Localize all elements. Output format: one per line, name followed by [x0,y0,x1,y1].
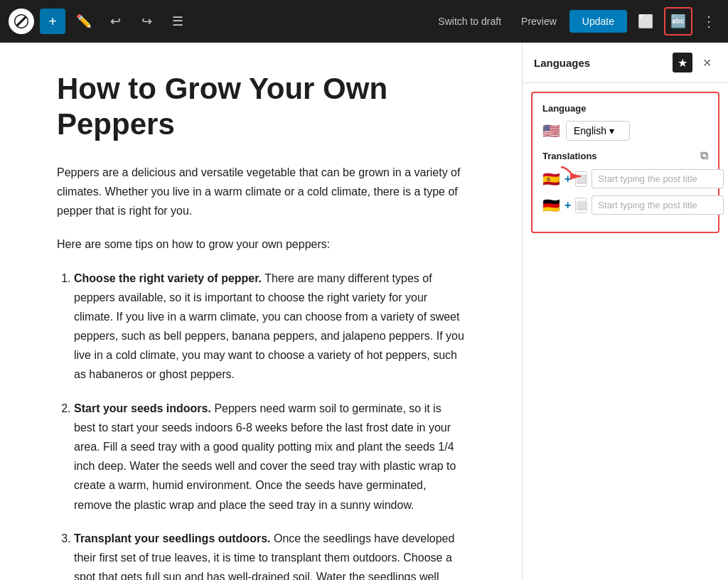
translate-icon: 🔤 [670,14,686,29]
list-item: Choose the right variety of pepper. Ther… [74,269,465,385]
chevron-down-icon: ▾ [609,125,614,136]
translations-header: Translations ⧉ [542,149,708,162]
sidebar-header-icons: ★ ✕ [673,53,717,72]
star-button[interactable]: ★ [673,53,692,72]
undo-icon: ↩ [110,14,121,29]
language-translations-section: Language 🇺🇸 English ▾ Translations ⧉ [531,92,719,233]
sidebar-panel: Languages ★ ✕ Language 🇺🇸 English ▾ [522,43,728,580]
language-selector[interactable]: English ▾ [566,121,630,141]
editor-area: How to Grow Your Own Peppers Peppers are… [0,43,522,580]
language-row: 🇺🇸 English ▾ [542,121,708,141]
edit-german-translation-button[interactable]: ⬜ [575,198,587,213]
translations-label: Translations [542,151,597,161]
view-toggle-button[interactable]: ⬜ [633,9,658,34]
list-item-text: There are many different types of pepper… [74,272,464,381]
list-view-button[interactable]: ☰ [165,9,191,34]
copy-icon: ⧉ [700,149,708,161]
germany-flag-icon: 🇩🇪 [542,198,560,213]
tips-list: Choose the right variety of pepper. Ther… [74,269,465,580]
list-item-text: Peppers need warm soil to germinate, so … [74,402,456,511]
add-button[interactable]: + [40,9,65,34]
copy-translations-button[interactable]: ⧉ [700,149,708,162]
list-icon: ☰ [172,14,183,29]
list-item: Start your seeds indoors. Peppers need w… [74,399,465,515]
language-value: English [574,125,606,136]
topbar-right-actions: Switch to draft Preview Update ⬜ 🔤 ⋮ [431,7,719,36]
list-item: Transplant your seedlings outdoors. Once… [74,529,465,580]
undo-button[interactable]: ↩ [102,9,128,34]
list-item-bold: Choose the right variety of pepper. [74,272,262,284]
redo-icon: ↪ [141,14,152,29]
intro-paragraph: Peppers are a delicious and versatile ve… [57,163,465,221]
arrow-indicator [560,163,588,185]
plus-icon: + [48,14,57,30]
star-icon: ★ [678,56,687,70]
main-layout: How to Grow Your Own Peppers Peppers are… [0,43,728,580]
translation-rows-container: 🇪🇸 + ⬜ 🇩🇪 + ⬜ [542,169,708,215]
plus-icon: + [564,199,571,212]
post-title: How to Grow Your Own Peppers [57,71,465,143]
preview-button[interactable]: Preview [514,11,564,31]
add-german-translation-button[interactable]: + [564,198,571,213]
spanish-title-input[interactable] [592,169,724,188]
topbar: + ✏️ ↩ ↪ ☰ Switch to draft Preview Updat… [0,0,728,43]
pencil-button[interactable]: ✏️ [71,9,97,34]
redo-button[interactable]: ↪ [134,9,159,34]
dots-icon: ⋮ [702,13,716,30]
sidebar-title: Languages [534,57,590,69]
german-title-input[interactable] [592,195,724,215]
list-item-bold: Start your seeds indoors. [74,402,211,414]
language-section-label: Language [542,103,708,114]
edit-icon: ⬜ [576,200,587,210]
tips-intro: Here are some tips on how to grow your o… [57,235,465,254]
update-button[interactable]: Update [569,10,627,33]
list-item-bold: Transplant your seedlings outdoors. [74,532,270,544]
sidebar-header: Languages ★ ✕ [523,43,728,83]
pencil-icon: ✏️ [76,14,92,29]
translation-row-german: 🇩🇪 + ⬜ [542,195,708,215]
switch-to-draft-button[interactable]: Switch to draft [431,11,508,31]
translate-button[interactable]: 🔤 [664,7,692,36]
close-sidebar-button[interactable]: ✕ [697,53,717,72]
more-options-button[interactable]: ⋮ [698,9,719,34]
post-body: Peppers are a delicious and versatile ve… [57,163,465,580]
close-icon: ✕ [702,56,712,70]
us-flag-icon: 🇺🇸 [542,124,560,138]
spain-flag-icon: 🇪🇸 [542,172,560,186]
view-toggle-icon: ⬜ [638,14,653,29]
wp-logo [9,9,34,34]
